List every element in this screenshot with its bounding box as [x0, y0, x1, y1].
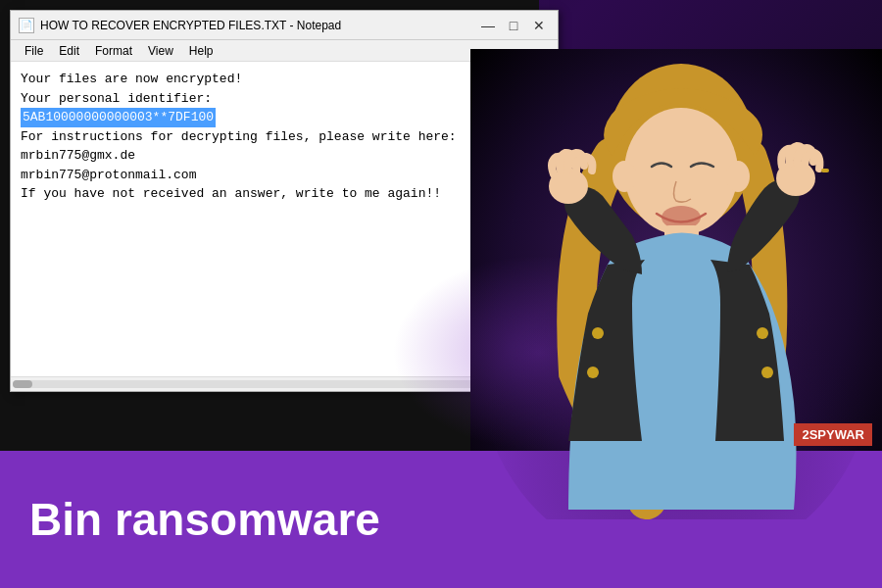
person-image	[470, 29, 882, 519]
notepad-line-7: If you have not received an answer, writ…	[21, 184, 548, 204]
notepad-line-2: Your personal identifier:	[21, 89, 548, 109]
spywar-logo: 2SPYWAR	[794, 423, 872, 446]
identifier-highlight: 5AB10000000000003**7DF100	[21, 108, 216, 127]
notepad-line-4: For instructions for decrypting files, p…	[21, 127, 548, 147]
menu-format[interactable]: Format	[87, 42, 140, 60]
svg-point-3	[612, 161, 636, 192]
svg-point-9	[757, 327, 768, 339]
scrollbar-thumb[interactable]	[13, 380, 32, 388]
svg-point-4	[726, 161, 750, 192]
notepad-line-5: mrbin775@gmx.de	[21, 146, 548, 166]
menu-file[interactable]: File	[17, 42, 51, 60]
svg-point-7	[592, 327, 604, 339]
menu-view[interactable]: View	[140, 42, 181, 60]
notepad-line-3: 5AB10000000000003**7DF100	[21, 108, 548, 127]
menu-help[interactable]: Help	[181, 42, 221, 60]
svg-point-8	[587, 367, 599, 378]
notepad-line-6: mrbin775@protonmail.com	[21, 166, 548, 185]
notepad-line-1: Your files are now encrypted!	[21, 70, 548, 89]
page-title: Bin ransomware	[29, 493, 380, 546]
svg-point-10	[761, 367, 773, 378]
window-title: HOW TO RECOVER ENCRYPTED FILES.TXT - Not…	[40, 19, 477, 32]
svg-rect-13	[821, 169, 829, 172]
menu-edit[interactable]: Edit	[51, 42, 87, 60]
notepad-icon: 📄	[19, 18, 34, 33]
